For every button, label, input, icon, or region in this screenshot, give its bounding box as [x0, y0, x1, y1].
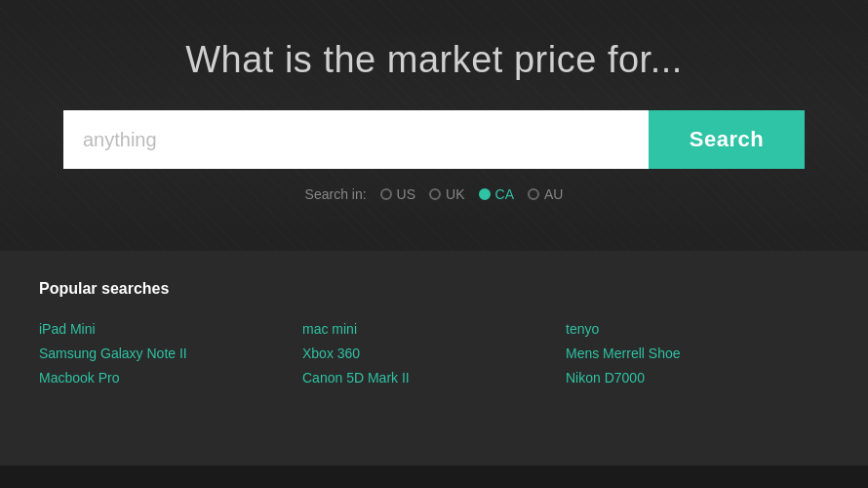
search-in-row: Search in: US UK CA AU — [20, 186, 848, 202]
list-item[interactable]: Xbox 360 — [302, 342, 566, 366]
popular-column-3: tenyo Mens Merrell Shoe Nikon D7000 — [566, 317, 829, 391]
list-item[interactable]: Canon 5D Mark II — [302, 366, 566, 390]
radio-label-au: AU — [544, 186, 563, 202]
list-item[interactable]: mac mini — [302, 317, 566, 342]
search-input[interactable] — [63, 110, 649, 169]
list-item[interactable]: Macbook Pro — [39, 366, 302, 390]
popular-column-1: iPad Mini Samsung Galaxy Note II Macbook… — [39, 317, 302, 391]
radio-label-us: US — [397, 186, 415, 202]
radio-au[interactable]: AU — [528, 186, 563, 202]
popular-column-2: mac mini Xbox 360 Canon 5D Mark II — [302, 317, 566, 391]
radio-dot-ca — [479, 188, 491, 200]
list-item[interactable]: Nikon D7000 — [566, 366, 829, 390]
radio-ca[interactable]: CA — [479, 186, 514, 202]
radio-label-ca: CA — [495, 186, 514, 202]
popular-heading: Popular searches — [39, 280, 829, 298]
main-heading: What is the market price for... — [20, 39, 848, 81]
search-in-label: Search in: — [305, 186, 367, 202]
search-button[interactable]: Search — [649, 110, 805, 169]
list-item[interactable]: Mens Merrell Shoe — [566, 342, 829, 366]
radio-label-uk: UK — [446, 186, 464, 202]
popular-section: Popular searches iPad Mini Samsung Galax… — [0, 251, 868, 466]
radio-us[interactable]: US — [380, 186, 415, 202]
radio-dot-us — [380, 188, 392, 200]
hero-section: What is the market price for... Search S… — [0, 0, 868, 251]
list-item[interactable]: tenyo — [566, 317, 829, 342]
popular-grid: iPad Mini Samsung Galaxy Note II Macbook… — [39, 317, 829, 391]
list-item[interactable]: iPad Mini — [39, 317, 302, 342]
radio-uk[interactable]: UK — [429, 186, 464, 202]
radio-dot-uk — [429, 188, 441, 200]
search-bar-wrapper: Search — [20, 110, 848, 169]
radio-dot-au — [528, 188, 539, 200]
list-item[interactable]: Samsung Galaxy Note II — [39, 342, 302, 366]
